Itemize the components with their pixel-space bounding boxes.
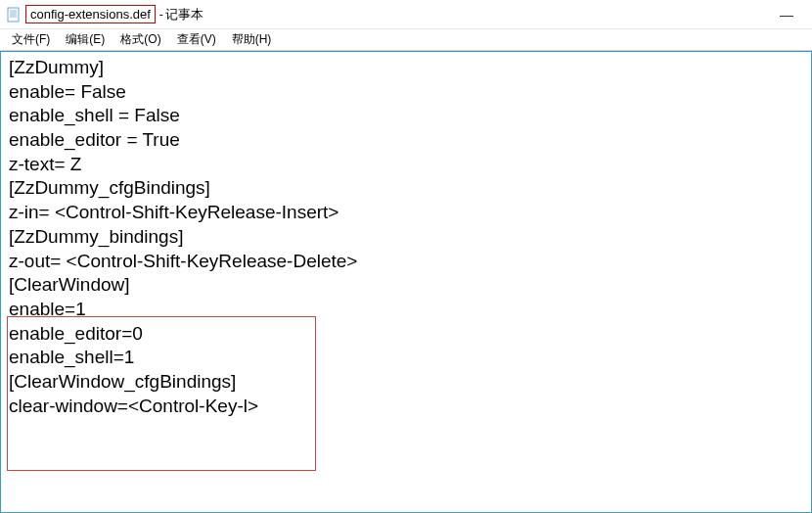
text-line: z-out= <Control-Shift-KeyRelease-Delete> bbox=[9, 250, 803, 274]
notepad-icon bbox=[6, 7, 22, 23]
text-line: [ZzDummy_bindings] bbox=[9, 225, 803, 250]
text-line: z-in= <Control-Shift-KeyRelease-Insert> bbox=[9, 201, 803, 225]
text-line: [ClearWindow] bbox=[9, 273, 803, 298]
text-line: clear-window=<Control-Key-l> bbox=[9, 395, 803, 419]
menu-edit[interactable]: 编辑(E) bbox=[58, 29, 113, 50]
menu-file[interactable]: 文件(F) bbox=[4, 29, 58, 50]
editor-textarea[interactable]: [ZzDummy] enable= False enable_shell = F… bbox=[0, 51, 812, 513]
minimize-button[interactable]: — bbox=[773, 5, 800, 24]
menubar: 文件(F) 编辑(E) 格式(O) 查看(V) 帮助(H) bbox=[0, 29, 812, 51]
text-line: [ClearWindow_cfgBindings] bbox=[9, 370, 803, 395]
text-line: enable_editor=0 bbox=[9, 322, 803, 347]
menu-help[interactable]: 帮助(H) bbox=[224, 29, 280, 50]
text-line: enable_editor = True bbox=[9, 128, 803, 153]
text-line: enable_shell=1 bbox=[9, 346, 803, 370]
text-line: [ZzDummy] bbox=[9, 56, 803, 80]
window-controls: — bbox=[773, 5, 806, 24]
text-line: z-text= Z bbox=[9, 153, 803, 177]
text-line: enable= False bbox=[9, 80, 803, 105]
menu-format[interactable]: 格式(O) bbox=[113, 29, 168, 50]
title-separator: - bbox=[159, 8, 163, 22]
filename-highlight: config-extensions.def bbox=[25, 5, 156, 23]
app-name: 记事本 bbox=[165, 6, 203, 23]
titlebar: config-extensions.def - 记事本 — bbox=[0, 0, 812, 29]
text-line: enable=1 bbox=[9, 298, 803, 322]
menu-view[interactable]: 查看(V) bbox=[169, 29, 224, 50]
text-line: [ZzDummy_cfgBindings] bbox=[9, 176, 803, 201]
text-line: enable_shell = False bbox=[9, 104, 803, 128]
